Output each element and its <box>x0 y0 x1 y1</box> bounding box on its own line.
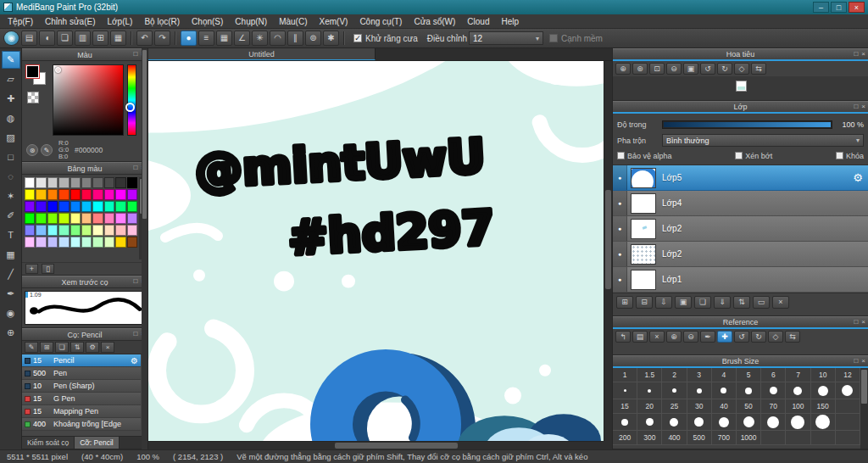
float-panel-icon[interactable]: □ <box>854 357 858 365</box>
layer-visibility-toggle[interactable]: ● <box>613 216 627 241</box>
brush-size-cell[interactable]: 1.5 <box>637 368 662 382</box>
maximize-button[interactable]: □ <box>831 2 847 13</box>
zoom-out-icon[interactable]: ⊖ <box>683 331 698 343</box>
redo-button[interactable]: ↷ <box>154 31 170 46</box>
layer-row[interactable]: ●Lớp1 <box>613 267 868 293</box>
float-panel-icon[interactable]: □ <box>854 50 858 58</box>
zoom-actual-icon[interactable]: ▣ <box>683 63 698 75</box>
scrollbar-thumb[interactable] <box>861 370 867 404</box>
brush-size-cell[interactable]: 2 <box>662 368 687 382</box>
antialias-checkbox[interactable]: ✓ Khử răng cưa <box>353 34 418 43</box>
color-swatch[interactable] <box>70 189 81 200</box>
brush-size-cell[interactable]: 500 <box>687 431 712 445</box>
color-swatch[interactable] <box>47 237 58 248</box>
color-swatch[interactable] <box>25 189 35 200</box>
zoom-tool[interactable]: ⊕ <box>2 324 20 342</box>
select-tool[interactable]: □ <box>2 148 20 166</box>
brush-size-cell[interactable]: 20 <box>637 399 662 414</box>
material-icon[interactable]: ▦ <box>110 31 126 46</box>
color-swatch[interactable] <box>70 177 81 188</box>
minimize-button[interactable]: – <box>813 2 829 13</box>
brush-size-scrollbar[interactable] <box>860 368 868 449</box>
flip-icon[interactable]: ⇆ <box>785 331 800 343</box>
brush-item[interactable]: 500Pen <box>22 367 141 380</box>
canvas[interactable]: @mintUwU #hd297 <box>148 61 604 441</box>
scrollbar-thumb[interactable] <box>605 190 611 288</box>
color-swatch[interactable] <box>127 237 137 248</box>
menu-select[interactable]: Chọn(S) <box>186 15 229 28</box>
hand-icon[interactable]: ✚ <box>717 331 732 343</box>
layer-settings-icon[interactable]: ⚙ <box>848 171 868 184</box>
eraser-tool[interactable]: ▱ <box>2 70 20 88</box>
close-panel-icon[interactable]: × <box>861 357 865 365</box>
color-swatch[interactable] <box>127 213 137 224</box>
menu-edit[interactable]: Chỉnh sửa(E) <box>39 15 102 28</box>
grid-snap-icon[interactable]: ▦ <box>216 31 232 46</box>
color-swatch[interactable] <box>58 177 69 188</box>
transparent-color-swatch[interactable] <box>27 92 39 103</box>
color-swatch[interactable] <box>81 213 92 224</box>
zoom-out-icon[interactable]: ⊖ <box>666 63 682 75</box>
blend-select[interactable]: Bình thường ▾ <box>662 134 864 147</box>
snap-settings-icon[interactable]: ⊚ <box>305 31 321 46</box>
brush-size-circle-cell[interactable] <box>811 382 836 399</box>
canvas-vscrollbar[interactable] <box>604 61 612 441</box>
add-folder-icon[interactable]: ⊟ <box>636 296 653 309</box>
brush-item[interactable]: 400Khoảng trống [Edge <box>22 418 141 431</box>
line-tool[interactable]: ╱ <box>2 265 20 283</box>
grid-icon[interactable]: ⊞ <box>92 31 108 46</box>
color-swatch[interactable] <box>92 213 103 224</box>
brush-size-cell[interactable]: 12 <box>836 368 860 382</box>
move-into-folder-icon[interactable]: ⇩ <box>655 296 672 309</box>
color-swatch[interactable] <box>81 225 92 236</box>
float-panel-icon[interactable]: □ <box>133 330 137 337</box>
clear-layer-icon[interactable]: ▭ <box>753 296 770 309</box>
color-swatch[interactable] <box>92 237 103 248</box>
menu-filter[interactable]: Bộ lọc(R) <box>138 15 186 28</box>
color-swatch[interactable] <box>25 225 35 236</box>
fill-tool[interactable]: ◍ <box>2 109 20 127</box>
color-swatch[interactable] <box>81 201 92 212</box>
brush-size-circle-cell[interactable] <box>662 414 687 431</box>
brush-size-cell[interactable]: 100 <box>786 399 810 414</box>
color-swatch[interactable] <box>25 213 35 224</box>
color-swatch[interactable] <box>36 189 46 200</box>
color-swatch[interactable] <box>47 201 58 212</box>
saturation-value-picker[interactable] <box>53 64 124 136</box>
lasso-tool[interactable]: ◌ <box>2 168 20 186</box>
menu-help[interactable]: Help <box>495 15 525 28</box>
lock-checkbox[interactable]: Khóa <box>836 152 864 160</box>
move-tool[interactable]: ✚ <box>2 90 20 108</box>
brush-size-cell[interactable]: 300 <box>637 431 662 445</box>
layer-visibility-toggle[interactable]: ● <box>613 165 627 190</box>
color-swatch[interactable] <box>36 213 46 224</box>
brush-size-circle-cell[interactable] <box>687 382 712 399</box>
curve-snap-icon[interactable]: ◠ <box>270 31 286 46</box>
opacity-slider[interactable] <box>662 120 832 129</box>
float-panel-icon[interactable]: □ <box>133 164 137 171</box>
eyedropper-tool[interactable]: ✒ <box>2 285 20 303</box>
eyedropper-icon[interactable]: ✒ <box>700 331 715 343</box>
radial-snap-icon[interactable]: ✳ <box>252 31 268 46</box>
rotate-cw-icon[interactable]: ↻ <box>751 331 766 343</box>
brush-size-cell[interactable]: 50 <box>737 399 761 414</box>
layer-row[interactable]: ●Lớp2 <box>613 242 868 267</box>
brush-size-cell[interactable]: 7 <box>786 368 810 382</box>
brush-item[interactable]: 10Pen (Sharp) <box>22 380 141 393</box>
brush-size-cell[interactable]: 1000 <box>737 431 761 445</box>
brush-size-cell[interactable]: 10 <box>811 368 836 382</box>
paste-icon[interactable]: ▥ <box>75 31 91 46</box>
color-swatch[interactable] <box>127 201 137 212</box>
float-panel-icon[interactable]: □ <box>854 103 858 110</box>
open-folder-icon[interactable]: ▤ <box>632 331 648 343</box>
color-swatch[interactable] <box>81 177 92 188</box>
color-swatch[interactable] <box>25 201 35 212</box>
color-swatch[interactable] <box>47 177 58 188</box>
add-color-icon[interactable]: + <box>25 264 38 274</box>
brush-size-circle-cell[interactable] <box>712 414 737 431</box>
shape-tool[interactable]: ▦ <box>2 246 20 264</box>
brush-size-circle-cell[interactable] <box>836 382 860 399</box>
menu-tools[interactable]: Công cụ(T) <box>353 15 408 28</box>
color-swatch[interactable] <box>58 201 69 212</box>
hand-tool[interactable]: ◉ <box>2 304 20 322</box>
